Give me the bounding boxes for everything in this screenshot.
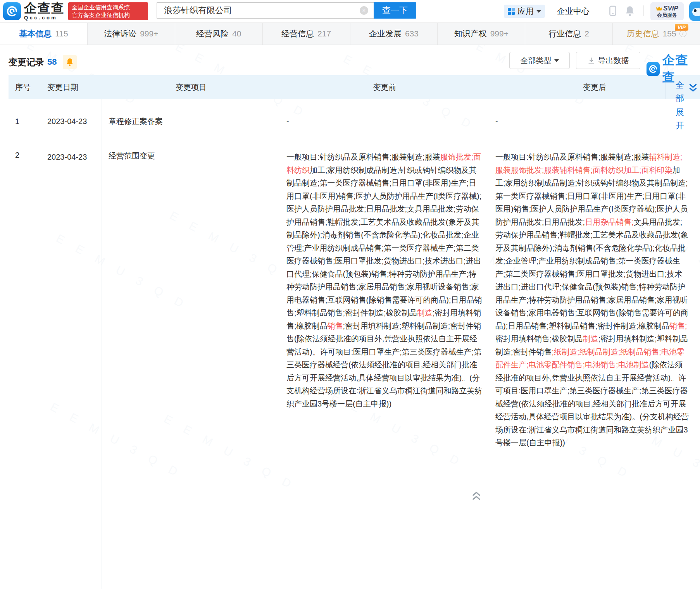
customer-service-mascot-icon[interactable] (689, 2, 700, 21)
brand-text[interactable]: 企查查 Qcc.com (24, 2, 65, 21)
tab-history-info[interactable]: VIP 历史信息155 i (613, 23, 700, 45)
tab-legal-litigation[interactable]: 法律诉讼999+ (88, 23, 175, 45)
col-header-before: 变更前 (280, 82, 489, 93)
row-item: 经营范围变更 (102, 144, 280, 589)
row-no: 1 (9, 99, 41, 144)
qcc-watermark-logo: 企查查 (647, 52, 700, 86)
brand-domain: Qcc.com (24, 15, 65, 21)
bell-icon (66, 58, 74, 66)
search-button[interactable]: 查一下 (374, 2, 416, 19)
tab-industry-info[interactable]: 行业信息2 (525, 23, 613, 45)
chevron-down-icon (554, 59, 559, 62)
change-records-header: 变更记录 58 全部类型 导出数据 企查查 (0, 45, 700, 75)
apps-menu[interactable]: 应用 (504, 5, 545, 18)
chevron-down-icon (536, 10, 541, 13)
row-after-text: 一般项目:针纺织品及原料销售;服装制造;服装辅料制造;服装服饰批发;服装辅料销售… (489, 144, 700, 589)
row-item: 章程修正案备案 (102, 99, 280, 144)
change-records-table: 序号 变更日期 变更项目 变更前 变更后 1 2023-04-23 章程修正案备… (9, 75, 700, 589)
cert-line1: 全国企业信用查询系统 (72, 3, 145, 11)
mobile-app-icon[interactable] (608, 5, 618, 16)
vip-badge: VIP (675, 24, 688, 31)
section-title: 变更记录 (9, 56, 44, 68)
tab-operation-info[interactable]: 经营信息217 (263, 23, 350, 45)
col-header-no: 序号 (9, 82, 41, 93)
clear-search-icon[interactable]: × (360, 6, 368, 15)
row-before: - (280, 99, 489, 144)
qcc-change-records-page: E E M U 3 Q DE E M U 3 Q DE E M U 3 Q DE… (0, 0, 700, 589)
cert-line2: 官方备案企业征信机构 (72, 11, 145, 19)
download-icon (588, 57, 595, 64)
qcc-stamp-text: 企查查 (662, 52, 700, 86)
apps-grid-icon (508, 8, 515, 15)
tab-enterprise-development[interactable]: 企业发展633 (350, 23, 438, 45)
table-header-row: 序号 变更日期 变更项目 变更前 变更后 (9, 75, 700, 99)
brand-name: 企查查 (24, 2, 65, 15)
svip-member-service[interactable]: SVIP 会员服务 (650, 2, 684, 20)
row-before-text: 一般项目:针纺织品及原料销售;服装制造;服装服饰批发;面料纺织加工;家用纺织制成… (280, 144, 489, 589)
table-row: 2 2023-04-23 经营范围变更 一般项目:针纺织品及原料销售;服装制造;… (9, 144, 700, 589)
info-icon[interactable]: i (679, 30, 686, 37)
export-data-button[interactable]: 导出数据 (576, 52, 640, 69)
certification-badge: 全国企业信用查询系统 官方备案企业征信机构 (68, 2, 148, 20)
enterprise-center-link[interactable]: 企业中心 (557, 6, 590, 17)
tab-intellectual-property[interactable]: 知识产权999+ (438, 23, 525, 45)
row-date: 2023-04-23 (41, 144, 102, 589)
col-header-item: 变更项目 (102, 82, 280, 93)
row-no: 2 (9, 144, 41, 589)
table-row: 1 2023-04-23 章程修正案备案 - - (9, 99, 700, 144)
search-value: 浪莎针织有限公司 (164, 5, 232, 16)
apps-label: 应用 (517, 6, 534, 17)
tab-operation-risk[interactable]: 经营风险40 (175, 23, 263, 45)
qcc-stamp-icon (647, 62, 660, 76)
notification-bell-icon[interactable] (625, 5, 635, 16)
top-bar: 企查查 Qcc.com 全国企业信用查询系统 官方备案企业征信机构 浪莎针织有限… (0, 0, 700, 22)
subscribe-bell-button[interactable] (63, 55, 77, 69)
svip-sublabel: 会员服务 (657, 12, 677, 18)
divider (643, 5, 644, 16)
svip-label: SVIP (663, 5, 678, 12)
row-after: - (489, 99, 700, 144)
tab-bar: 基本信息115 法律诉讼999+ 经营风险40 经营信息217 企业发展633 … (0, 22, 700, 45)
search-input[interactable]: 浪莎针织有限公司 (157, 2, 374, 19)
section-count: 58 (47, 57, 57, 67)
tab-basic-info[interactable]: 基本信息115 (0, 23, 88, 45)
qcc-logo-icon[interactable] (3, 2, 21, 20)
row-date: 2023-04-23 (41, 99, 102, 144)
col-header-date: 变更日期 (41, 82, 102, 93)
crown-icon (656, 6, 662, 11)
type-filter-dropdown[interactable]: 全部类型 (509, 52, 570, 69)
